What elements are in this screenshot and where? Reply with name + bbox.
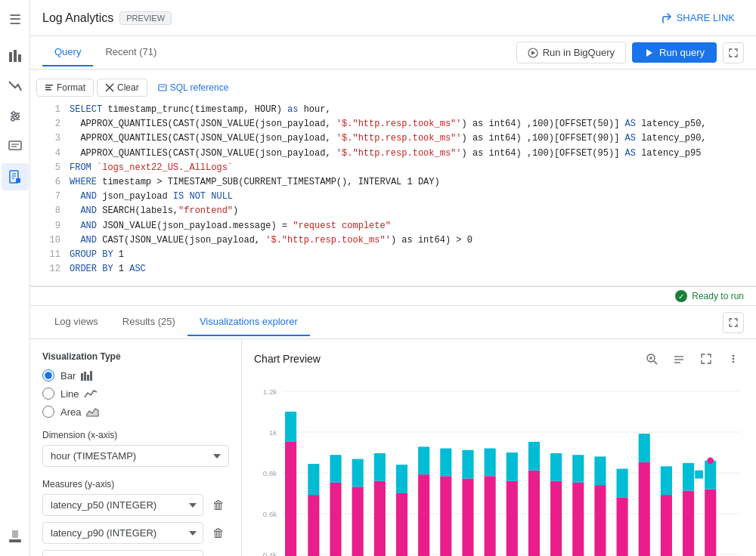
zoom-button[interactable] — [641, 348, 662, 369]
bar-chart-icon — [80, 370, 94, 381]
status-dot — [675, 290, 687, 302]
panel-content: Visualization Type Bar Line — [30, 339, 756, 556]
tab-query[interactable]: Query — [42, 39, 93, 66]
run-bigquery-button[interactable]: Run in BigQuery — [516, 42, 626, 63]
radio-area-input[interactable] — [42, 406, 54, 418]
feedback-icon[interactable] — [2, 523, 29, 550]
svg-rect-97 — [705, 461, 716, 490]
svg-rect-83 — [550, 453, 562, 481]
chart-wrapper: 1.2k 1k 0.8k 0.6k 0.4k 0.2k 0 — [254, 375, 744, 556]
expand-button[interactable] — [723, 42, 744, 63]
code-line-1: 1 SELECT timestamp_trunc(timestamp, HOUR… — [30, 103, 756, 117]
svg-rect-65 — [352, 459, 364, 487]
svg-rect-84 — [572, 483, 584, 556]
log-icon[interactable] — [2, 163, 29, 190]
svg-rect-21 — [45, 87, 51, 88]
chart-header: Chart Preview — [254, 348, 744, 369]
editor-area[interactable]: Format Clear SQL reference 1 SELECT time… — [30, 70, 756, 286]
visualization-type-label: Visualization Type — [42, 351, 229, 362]
code-line-3: 3 APPROX_QUANTILES(CAST(JSON_VALUE(json_… — [30, 131, 756, 146]
svg-rect-70 — [418, 474, 429, 556]
share-link-button[interactable]: SHARE LINK — [651, 8, 744, 29]
svg-rect-27 — [81, 373, 83, 381]
svg-rect-67 — [374, 453, 386, 481]
svg-rect-29 — [87, 375, 89, 381]
line-chart-icon — [84, 388, 98, 399]
code-editor[interactable]: 1 SELECT timestamp_trunc(timestamp, HOUR… — [30, 100, 756, 280]
delete-measure-1-button[interactable]: 🗑 — [208, 495, 229, 516]
play-icon — [644, 48, 655, 58]
svg-rect-60 — [308, 495, 319, 556]
bottom-panel: Log views Results (25) Visualizations ex… — [30, 306, 756, 556]
svg-rect-81 — [528, 442, 540, 471]
svg-rect-58 — [285, 442, 296, 556]
radio-line-label: Line — [60, 388, 98, 400]
svg-rect-78 — [507, 481, 518, 556]
chart-title: Chart Preview — [254, 353, 641, 365]
svg-text:0.6k: 0.6k — [263, 511, 277, 519]
tab-results[interactable]: Results (25) — [110, 308, 187, 336]
svg-rect-86 — [594, 485, 606, 556]
svg-rect-79 — [507, 453, 518, 481]
svg-rect-1 — [14, 50, 17, 62]
area-chart-icon — [85, 406, 99, 417]
radio-area[interactable]: Area — [42, 406, 229, 418]
query-tabs-bar: Query Recent (71) Run in BigQuery Run qu… — [30, 36, 756, 70]
config-panel: Visualization Type Bar Line — [30, 339, 242, 556]
radio-bar-input[interactable] — [42, 369, 54, 381]
tab-log-views[interactable]: Log views — [42, 308, 110, 336]
svg-rect-72 — [440, 477, 451, 556]
svg-rect-75 — [462, 450, 473, 479]
bar-chart-svg: 1.2k 1k 0.8k 0.6k 0.4k 0.2k 0 — [254, 375, 744, 556]
svg-rect-94 — [683, 491, 694, 556]
panel-tabs-bar: Log views Results (25) Visualizations ex… — [30, 306, 756, 339]
code-line-4: 4 APPROX_QUANTILES(CAST(JSON_VALUE(json_… — [30, 147, 756, 161]
settings-icon[interactable] — [2, 103, 29, 130]
svg-rect-93 — [661, 467, 672, 496]
delete-measure-3-button[interactable]: 🗑 — [208, 551, 229, 556]
tab-recent[interactable]: Recent (71) — [93, 39, 169, 66]
status-text: Ready to run — [692, 291, 744, 301]
sql-reference-button[interactable]: SQL reference — [150, 79, 237, 96]
svg-rect-0 — [9, 52, 12, 62]
fullscreen-button[interactable] — [696, 348, 717, 369]
code-line-2: 2 APPROX_QUANTILES(CAST(JSON_VALUE(json_… — [30, 117, 756, 131]
panel-expand-button[interactable] — [723, 312, 744, 333]
chart-icon[interactable] — [2, 73, 29, 100]
legend-button[interactable] — [668, 348, 689, 369]
code-line-5: 5 FROM `logs_next22_US._AllLogs` — [30, 161, 756, 175]
svg-rect-68 — [396, 493, 407, 556]
svg-rect-82 — [550, 481, 562, 556]
svg-point-43 — [733, 361, 735, 363]
svg-rect-96 — [705, 490, 716, 556]
format-icon — [45, 83, 54, 92]
menu-icon[interactable]: ☰ — [2, 6, 29, 33]
more-options-button[interactable] — [723, 348, 744, 369]
tab-visualizations[interactable]: Visualizations explorer — [187, 308, 310, 336]
measure-select-2[interactable]: latency_p90 (INTEGER) — [42, 522, 203, 544]
svg-line-35 — [654, 361, 657, 364]
svg-point-6 — [12, 112, 15, 115]
chart-area: Chart Preview — [242, 339, 756, 556]
radio-bar[interactable]: Bar — [42, 369, 229, 381]
radio-line-input[interactable] — [42, 388, 54, 400]
svg-rect-88 — [617, 498, 628, 556]
comment-icon[interactable] — [2, 133, 29, 160]
measure-select-3[interactable]: latency_p95 (INTEGER) — [42, 550, 203, 556]
clear-button[interactable]: Clear — [97, 79, 147, 97]
svg-rect-89 — [617, 469, 628, 498]
dimension-select[interactable]: hour (TIMESTAMP) — [42, 445, 229, 467]
svg-rect-74 — [462, 479, 473, 556]
tabs-actions: Run in BigQuery Run query — [516, 42, 744, 63]
radio-line[interactable]: Line — [42, 388, 229, 400]
measures-label: Measures (y-axis) — [42, 479, 229, 490]
format-button[interactable]: Format — [36, 79, 94, 97]
code-line-11: 11 GROUP BY 1 — [30, 248, 756, 262]
run-query-button[interactable]: Run query — [632, 42, 717, 63]
svg-rect-76 — [485, 477, 496, 556]
analytics-icon[interactable] — [2, 42, 29, 70]
svg-rect-91 — [639, 434, 650, 462]
svg-rect-77 — [485, 449, 496, 477]
delete-measure-2-button[interactable]: 🗑 — [208, 523, 229, 544]
measure-select-1[interactable]: latency_p50 (INTEGER) — [42, 494, 203, 516]
